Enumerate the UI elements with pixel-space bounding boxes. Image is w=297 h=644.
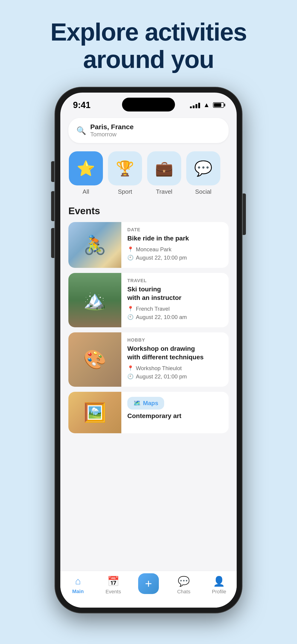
category-sport-label: Sport	[118, 188, 132, 195]
search-icon: 🔍	[76, 126, 86, 135]
category-sport[interactable]: 🏆 Sport	[108, 151, 142, 195]
event-location-draw: 📍 Workshop Thieulot	[127, 365, 223, 372]
event-image-draw	[68, 332, 121, 387]
nav-label-main: Main	[72, 588, 84, 594]
location-icon-ski: 📍	[127, 306, 134, 312]
event-title-art: Contemporary art	[127, 412, 223, 420]
status-icons: ▲	[190, 101, 224, 109]
events-icon: 📅	[107, 576, 119, 587]
clock-icon-ski: 🕙	[127, 314, 134, 320]
event-info-bike: DATE Bike ride in the park 📍 Monceau Par…	[121, 222, 228, 268]
category-travel-icon-wrap: 💼	[147, 151, 181, 186]
search-date: Tomorrow	[90, 131, 134, 138]
event-location-bike: 📍 Monceau Park	[127, 246, 223, 253]
event-title-draw: Workshop on drawingwith different techni…	[127, 344, 223, 362]
phone-wrapper: 9:41 ▲ 🔍	[55, 88, 242, 613]
nav-label-events: Events	[106, 589, 121, 595]
category-social-icon-wrap: 💬	[186, 151, 220, 186]
category-social-label: Social	[195, 188, 212, 195]
location-icon: 📍	[127, 246, 134, 252]
event-datetime-bike: 🕙 August 22, 10:00 pm	[127, 254, 223, 261]
event-tag-ski: TRAVEL	[127, 278, 223, 283]
volume-up-button	[51, 191, 54, 221]
power-button	[243, 194, 246, 235]
event-info-draw: HOBBY Workshop on drawingwith different …	[121, 332, 228, 387]
wifi-icon: ▲	[203, 101, 210, 109]
star-icon: ⭐	[77, 160, 95, 177]
signal-icon	[190, 102, 200, 108]
event-datetime-ski: 🕙 August 22, 10:00 am	[127, 314, 223, 320]
event-info-art: 🗺️ Maps Contemporary art	[121, 392, 228, 433]
nav-label-profile: Profile	[212, 589, 226, 595]
events-heading: Events	[68, 206, 228, 216]
status-time: 9:41	[73, 100, 90, 110]
screen-content: 🔍 Paris, France Tomorrow ⭐ All	[60, 111, 237, 571]
event-info-ski: TRAVEL Ski touringwith an instructor 📍 F…	[121, 273, 228, 327]
dynamic-island	[122, 98, 175, 112]
home-icon: ⌂	[75, 576, 81, 587]
event-title-bike: Bike ride in the park	[127, 234, 223, 242]
phone-screen: 9:41 ▲ 🔍	[60, 92, 237, 608]
hero-section: Explore activities around you	[0, 0, 297, 87]
event-image-ski	[68, 273, 121, 327]
sport-icon: 🏆	[116, 160, 134, 177]
event-tag-draw: HOBBY	[127, 338, 223, 343]
search-bar[interactable]: 🔍 Paris, France Tomorrow	[68, 118, 228, 143]
event-datetime-draw: 🕙 August 22, 01:00 pm	[127, 373, 223, 380]
category-travel-label: Travel	[156, 188, 172, 195]
events-section: Events DATE Bike ride in the park 📍 Monc…	[68, 206, 228, 433]
event-image-bike	[68, 222, 121, 268]
category-all-label: All	[83, 188, 89, 195]
location-icon-draw: 📍	[127, 365, 134, 371]
social-icon: 💬	[194, 160, 212, 177]
event-card-draw[interactable]: HOBBY Workshop on drawingwith different …	[68, 332, 228, 387]
add-button[interactable]: +	[138, 573, 159, 594]
volume-down-button	[51, 228, 54, 258]
event-image-art	[68, 392, 121, 433]
phone-shell: 9:41 ▲ 🔍	[55, 88, 242, 613]
category-travel[interactable]: 💼 Travel	[147, 151, 181, 195]
category-social[interactable]: 💬 Social	[186, 151, 220, 195]
battery-icon	[213, 102, 224, 108]
maps-badge: 🗺️ Maps	[127, 397, 164, 410]
nav-item-chats[interactable]: 💬 Chats	[166, 576, 202, 595]
nav-item-main[interactable]: ⌂ Main	[60, 576, 96, 594]
event-location-ski: 📍 French Travel	[127, 306, 223, 312]
event-card-bike[interactable]: DATE Bike ride in the park 📍 Monceau Par…	[68, 222, 228, 268]
travel-icon: 💼	[155, 160, 173, 177]
hero-title: Explore activities around you	[0, 18, 297, 73]
search-location: Paris, France	[90, 123, 134, 131]
event-title-ski: Ski touringwith an instructor	[127, 285, 223, 302]
event-card-art[interactable]: 🗺️ Maps Contemporary art	[68, 392, 228, 433]
bottom-nav: ⌂ Main 📅 Events + 💬 Chats 👤 Profile	[60, 571, 237, 608]
search-text: Paris, France Tomorrow	[90, 123, 134, 138]
category-all-icon-wrap: ⭐	[69, 151, 103, 186]
category-sport-icon-wrap: 🏆	[108, 151, 142, 186]
category-all[interactable]: ⭐ All	[69, 151, 103, 195]
map-icon: 🗺️	[133, 400, 141, 407]
event-card-ski[interactable]: TRAVEL Ski touringwith an instructor 📍 F…	[68, 273, 228, 327]
clock-icon: 🕙	[127, 255, 134, 261]
chats-icon: 💬	[178, 576, 190, 587]
clock-icon-draw: 🕙	[127, 374, 134, 380]
nav-item-profile[interactable]: 👤 Profile	[202, 576, 237, 595]
nav-item-events[interactable]: 📅 Events	[96, 576, 131, 595]
event-tag-bike: DATE	[127, 227, 223, 232]
nav-item-add[interactable]: +	[131, 576, 166, 594]
nav-label-chats: Chats	[177, 589, 190, 595]
categories-row: ⭐ All 🏆 Sport 💼 Travel	[68, 151, 228, 195]
profile-icon: 👤	[213, 576, 225, 587]
